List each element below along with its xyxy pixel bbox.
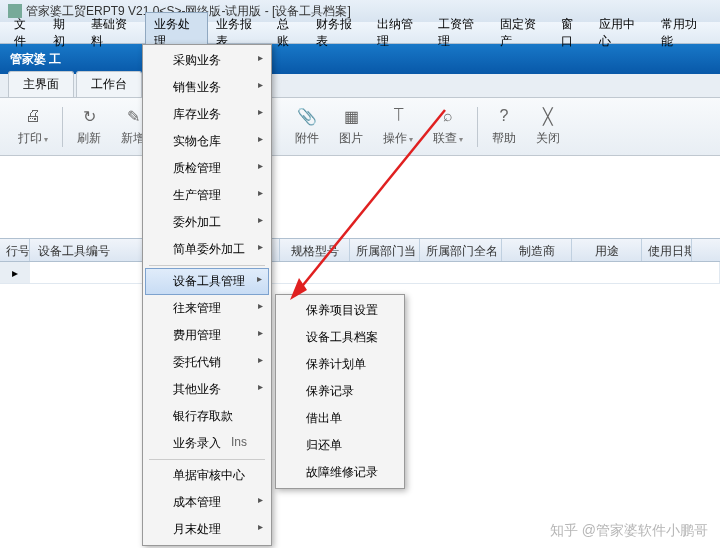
- menuitem-保养项目设置[interactable]: 保养项目设置: [278, 297, 402, 324]
- grid-body: ▸: [0, 262, 720, 284]
- tab-main[interactable]: 主界面: [8, 71, 74, 97]
- tab-workbench[interactable]: 工作台: [76, 71, 142, 97]
- table-row[interactable]: ▸: [0, 262, 720, 284]
- new-icon: ✎: [123, 106, 143, 126]
- menuitem-设备工具管理[interactable]: 设备工具管理: [145, 268, 269, 295]
- close-button[interactable]: ╳关闭: [526, 102, 570, 151]
- refresh-icon: ↻: [79, 106, 99, 126]
- menu-12[interactable]: 常用功能: [653, 13, 714, 53]
- menuitem-生产管理[interactable]: 生产管理: [145, 182, 269, 209]
- menuitem-保养计划单[interactable]: 保养计划单: [278, 351, 402, 378]
- menu-11[interactable]: 应用中心: [591, 13, 652, 53]
- row-indicator: ▸: [0, 262, 30, 283]
- menuitem-费用管理[interactable]: 费用管理: [145, 322, 269, 349]
- close-icon: ╳: [538, 106, 558, 126]
- image-icon: ▦: [341, 106, 361, 126]
- print-button[interactable]: 🖨打印▾: [8, 102, 58, 151]
- menuitem-简单委外加工[interactable]: 简单委外加工: [145, 236, 269, 263]
- menuitem-质检管理[interactable]: 质检管理: [145, 155, 269, 182]
- menuitem-单据审核中心[interactable]: 单据审核中心: [145, 462, 269, 489]
- operate-icon: ⟙: [388, 106, 408, 126]
- menuitem-其他业务[interactable]: 其他业务: [145, 376, 269, 403]
- attach-button[interactable]: 📎附件: [285, 102, 329, 151]
- menu-6[interactable]: 财务报表: [308, 13, 369, 53]
- menu-business: 采购业务销售业务库存业务实物仓库质检管理生产管理委外加工简单委外加工设备工具管理…: [142, 44, 272, 546]
- menu-8[interactable]: 工资管理: [430, 13, 491, 53]
- menuitem-保养记录[interactable]: 保养记录: [278, 378, 402, 405]
- link-icon: ⌕: [438, 106, 458, 126]
- help-button[interactable]: ?帮助: [482, 102, 526, 151]
- menu-5[interactable]: 总账: [269, 13, 308, 53]
- print-icon: 🖨: [23, 106, 43, 126]
- col-rowno[interactable]: 行号: [0, 239, 30, 261]
- menuitem-库存业务[interactable]: 库存业务: [145, 101, 269, 128]
- menu-1[interactable]: 期初: [45, 13, 84, 53]
- menuitem-借出单[interactable]: 借出单: [278, 405, 402, 432]
- menuitem-银行存取款[interactable]: 银行存取款: [145, 403, 269, 430]
- attach-icon: 📎: [297, 106, 317, 126]
- menuitem-成本管理[interactable]: 成本管理: [145, 489, 269, 516]
- menuitem-归还单[interactable]: 归还单: [278, 432, 402, 459]
- col-deptfull[interactable]: 所属部门全名: [420, 239, 502, 261]
- menuitem-往来管理[interactable]: 往来管理: [145, 295, 269, 322]
- menuitem-故障维修记录[interactable]: 故障维修记录: [278, 459, 402, 486]
- refresh-button[interactable]: ↻刷新: [67, 102, 111, 151]
- watermark: 知乎 @管家婆软件小鹏哥: [550, 522, 708, 540]
- menu-2[interactable]: 基础资料: [83, 13, 144, 53]
- col-use[interactable]: 用途: [572, 239, 642, 261]
- link-button[interactable]: ⌕联查▾: [423, 102, 473, 151]
- col-deptcur[interactable]: 所属部门当: [350, 239, 420, 261]
- menuitem-销售业务[interactable]: 销售业务: [145, 74, 269, 101]
- menuitem-委外加工[interactable]: 委外加工: [145, 209, 269, 236]
- toolbar: 🖨打印▾ ↻刷新 ✎新增 📎附件 ▦图片 ⟙操作▾ ⌕联查▾ ?帮助 ╳关闭: [0, 98, 720, 156]
- col-spec[interactable]: 规格型号: [280, 239, 350, 261]
- operate-button[interactable]: ⟙操作▾: [373, 102, 423, 151]
- menuitem-实物仓库[interactable]: 实物仓库: [145, 128, 269, 155]
- image-button[interactable]: ▦图片: [329, 102, 373, 151]
- menu-7[interactable]: 出纳管理: [369, 13, 430, 53]
- col-maker[interactable]: 制造商: [502, 239, 572, 261]
- menubar: 文件期初基础资料业务处理业务报表总账财务报表出纳管理工资管理固定资产窗口应用中心…: [0, 22, 720, 44]
- menuitem-设备工具档案[interactable]: 设备工具档案: [278, 324, 402, 351]
- col-usedate[interactable]: 使用日期: [642, 239, 692, 261]
- menu-0[interactable]: 文件: [6, 13, 45, 53]
- submenu-equipment: 保养项目设置设备工具档案保养计划单保养记录借出单归还单故障维修记录: [275, 294, 405, 489]
- grid-header: 行号设备工具编号规格型号所属部门当所属部门全名制造商用途使用日期: [0, 238, 720, 262]
- help-icon: ?: [494, 106, 514, 126]
- tabbar: 主界面 工作台: [0, 74, 720, 98]
- menuitem-采购业务[interactable]: 采购业务: [145, 47, 269, 74]
- menu-9[interactable]: 固定资产: [492, 13, 553, 53]
- menuitem-委托代销[interactable]: 委托代销: [145, 349, 269, 376]
- menuitem-业务录入[interactable]: 业务录入Ins: [145, 430, 269, 457]
- menu-10[interactable]: 窗口: [553, 13, 592, 53]
- menuitem-月末处理[interactable]: 月末处理: [145, 516, 269, 543]
